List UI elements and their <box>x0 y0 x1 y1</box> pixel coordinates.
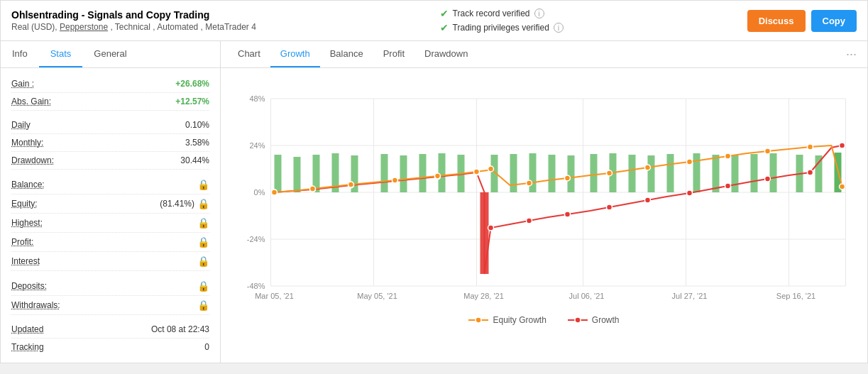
svg-rect-24 <box>400 155 407 192</box>
page-subtitle: Real (USD), Pepperstone , Technical , Au… <box>11 22 256 32</box>
abs-gain-label: Abs. Gain: <box>11 97 51 106</box>
svg-point-53 <box>488 225 494 231</box>
svg-point-61 <box>808 170 813 175</box>
svg-point-62 <box>840 143 845 148</box>
svg-point-69 <box>488 166 494 172</box>
equity-growth-line-icon <box>468 316 488 324</box>
info-icon-1[interactable]: i <box>534 9 544 18</box>
svg-point-68 <box>474 169 480 175</box>
svg-text:Jul 27, '21: Jul 27, '21 <box>672 292 708 300</box>
withdrawals-label: Withdrawals: <box>11 300 60 310</box>
left-panel: Info Stats General Gain : +26.68% Abs. G… <box>1 41 221 363</box>
stat-drawdown: Drawdown: 30.44% <box>11 152 209 170</box>
growth-line-icon <box>568 316 588 324</box>
broker-link[interactable]: Pepperstone <box>60 22 108 32</box>
svg-point-56 <box>607 204 612 210</box>
stat-gain: Gain : +26.68% <box>11 75 209 93</box>
svg-point-72 <box>607 170 612 176</box>
monthly-label: Monthly: <box>11 138 43 148</box>
tab-general[interactable]: General <box>82 41 138 67</box>
chart-tab-chart[interactable]: Chart <box>228 41 270 67</box>
stat-tracking: Tracking 0 <box>11 339 209 356</box>
chart-tab-growth[interactable]: Growth <box>270 41 320 67</box>
header: Ohlsentrading - Signals and Copy Trading… <box>1 1 867 41</box>
svg-point-76 <box>765 148 771 154</box>
abs-gain-value: +12.57% <box>175 97 209 106</box>
svg-point-58 <box>687 190 693 196</box>
trading-privileges-label: Trading privileges verified <box>453 23 549 33</box>
monthly-value: 3.58% <box>185 138 209 148</box>
stat-equity: Equity: (81.41%) 🔒 <box>11 194 209 214</box>
stat-interest: Interest 🔒 <box>11 252 209 271</box>
chart-tab-drawdown[interactable]: Drawdown <box>414 41 478 67</box>
header-buttons: Discuss Copy <box>747 10 857 32</box>
gain-label: Gain : <box>11 79 34 89</box>
updated-label: Updated <box>11 324 43 334</box>
chart-tabs-row: Chart Growth Balance Profit Drawdown ··· <box>221 41 867 68</box>
lock-icon-profit: 🔒 <box>197 236 209 248</box>
check-icon-2: ✔ <box>440 22 449 33</box>
svg-point-64 <box>310 186 316 192</box>
profit-label: Profit: <box>11 237 33 247</box>
stat-updated: Updated Oct 08 at 22:43 <box>11 321 209 339</box>
drawdown-label: Drawdown: <box>11 155 54 165</box>
gain-value: +26.68% <box>175 79 209 89</box>
lock-icon-withdrawals: 🔒 <box>197 299 209 311</box>
svg-rect-38 <box>667 154 674 192</box>
page-title: Ohlsentrading - Signals and Copy Trading <box>11 9 256 21</box>
svg-rect-32 <box>549 155 556 192</box>
svg-point-77 <box>808 144 813 150</box>
dots-menu[interactable]: ··· <box>842 43 860 65</box>
legend-growth: Growth <box>568 315 620 325</box>
svg-point-70 <box>527 180 532 186</box>
svg-point-71 <box>565 175 571 181</box>
stat-withdrawals: Withdrawals: 🔒 <box>11 296 209 315</box>
svg-point-74 <box>687 159 693 165</box>
chart-tab-profit[interactable]: Profit <box>373 41 414 67</box>
svg-rect-33 <box>568 155 575 192</box>
svg-text:-48%: -48% <box>247 282 265 290</box>
svg-rect-42 <box>751 154 758 192</box>
equity-growth-label: Equity Growth <box>493 315 546 325</box>
svg-text:May 05, '21: May 05, '21 <box>357 292 397 300</box>
balance-label: Balance: <box>11 180 45 189</box>
stat-profit: Profit: 🔒 <box>11 233 209 252</box>
svg-rect-23 <box>381 154 388 192</box>
svg-rect-37 <box>648 155 655 192</box>
svg-point-60 <box>765 176 771 182</box>
track-record-verify: ✔ Track record verified i <box>440 8 564 19</box>
lock-icon-deposits: 🔒 <box>197 280 209 292</box>
drawdown-value: 30.44% <box>180 155 209 165</box>
svg-text:Sep 16, '21: Sep 16, '21 <box>776 292 815 300</box>
tracking-value: 0 <box>204 342 209 352</box>
svg-point-65 <box>348 182 354 187</box>
svg-rect-45 <box>815 155 823 192</box>
tab-info[interactable]: Info <box>1 41 39 67</box>
svg-rect-41 <box>732 155 739 192</box>
updated-value: Oct 08 at 22:43 <box>151 324 209 334</box>
stat-daily: Daily 0.10% <box>11 116 209 134</box>
tab-stats[interactable]: Stats <box>39 41 83 67</box>
svg-point-67 <box>435 173 441 179</box>
growth-chart: 48% 24% 0% -24% -48% <box>228 75 860 309</box>
stat-highest: Highest: 🔒 <box>11 214 209 233</box>
svg-point-54 <box>527 218 532 224</box>
info-icon-2[interactable]: i <box>554 23 564 33</box>
svg-text:May 28, '21: May 28, '21 <box>463 292 504 300</box>
chart-tab-balance[interactable]: Balance <box>320 41 373 67</box>
header-left: Ohlsentrading - Signals and Copy Trading… <box>11 9 256 32</box>
svg-rect-31 <box>529 153 537 192</box>
stat-deposits: Deposits: 🔒 <box>11 277 209 296</box>
copy-button[interactable]: Copy <box>811 10 857 32</box>
svg-rect-39 <box>693 153 701 192</box>
svg-rect-30 <box>510 154 517 192</box>
svg-text:Mar 05, '21: Mar 05, '21 <box>255 292 294 300</box>
chart-legend: Equity Growth Growth <box>228 312 860 331</box>
svg-rect-40 <box>713 155 720 192</box>
highest-label: Highest: <box>11 218 43 228</box>
interest-label: Interest <box>11 256 40 266</box>
stat-monthly: Monthly: 3.58% <box>11 134 209 152</box>
svg-rect-25 <box>419 154 427 192</box>
discuss-button[interactable]: Discuss <box>747 10 806 32</box>
svg-rect-26 <box>439 153 446 192</box>
